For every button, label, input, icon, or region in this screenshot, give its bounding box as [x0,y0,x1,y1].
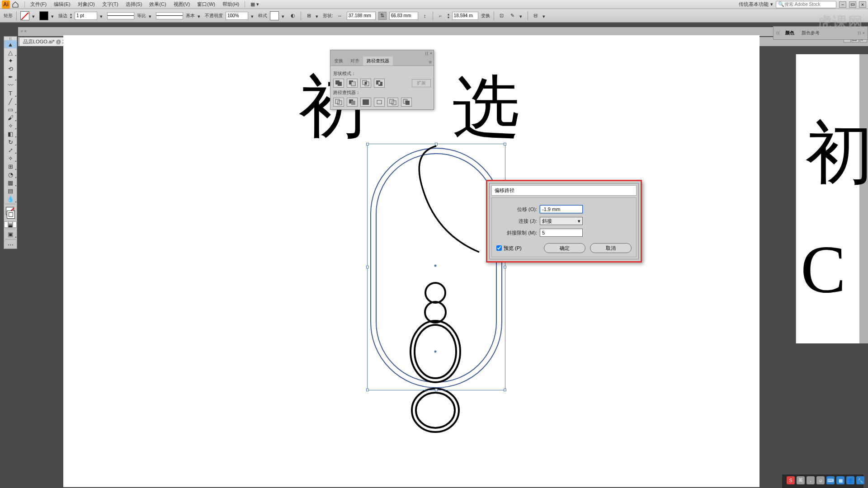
search-input[interactable] [784,2,834,7]
panel-close-icon[interactable]: ⟩⟩ × [858,31,865,35]
menu-arrange[interactable]: ▦ ▾ [247,0,263,8]
color-tab[interactable]: 颜色 [783,29,796,37]
exclude-button[interactable] [374,79,385,88]
menu-window[interactable]: 窗口(W) [193,0,219,9]
chevron-down-icon[interactable]: ▾ [198,14,202,18]
home-icon[interactable] [12,1,19,8]
minus-front-button[interactable] [347,79,358,88]
align-icon[interactable]: ⊞ [305,12,313,20]
profile-uniform[interactable] [107,12,134,19]
chevron-down-icon[interactable]: ▾ [149,14,153,18]
width-input[interactable] [347,12,376,20]
menu-file[interactable]: 文件(F) [27,0,50,9]
brush-tool[interactable]: 🖌 [4,113,17,122]
magic-wand-tool[interactable]: ✦ [4,56,17,65]
chevron-down-icon[interactable]: ▾ [51,14,56,18]
perspective-tool[interactable]: ▦ [4,178,17,187]
menu-effect[interactable]: 效果(C) [146,0,170,9]
color-mode-solid[interactable] [4,221,8,228]
pen-tool[interactable]: ✒ [4,73,17,81]
isolate-icon[interactable]: ⊡ [498,12,506,20]
handle-nw[interactable] [366,143,369,145]
pathfinder-panel[interactable]: ⟨⟨ × 变换 对齐 路径查找器 ≡ 形状模式： 扩展 路径查找器： [330,50,434,110]
chevron-down-icon[interactable]: ▾ [519,14,524,18]
recolor-icon[interactable]: ◐ [289,12,297,20]
more-icon[interactable]: ⊟ [532,12,540,20]
handle-e[interactable] [504,266,506,268]
type-tool[interactable]: T [4,89,17,97]
ime-keyboard-button[interactable]: ⌨ [826,476,835,484]
selection-tool[interactable]: ▲ [4,40,17,48]
selection-bounds[interactable] [367,144,505,390]
chevron-down-icon[interactable]: ▾ [251,14,255,18]
shape-builder-tool[interactable]: ◔ [4,170,17,178]
workspace-switcher[interactable]: 传统基本功能 ▾ [739,1,773,8]
align-tab[interactable]: 对齐 [347,56,363,66]
panel-handle-icon[interactable]: ⟨⟨ [776,31,780,35]
intersect-button[interactable] [360,79,371,88]
menu-select[interactable]: 选择(S) [122,0,146,9]
ime-tool-button[interactable]: 👤 [846,476,854,484]
handle-sw[interactable] [366,389,369,391]
stroke-color[interactable] [7,211,15,219]
menu-object[interactable]: 对象(O) [74,0,99,9]
handle-w[interactable] [366,266,369,268]
minus-back-button[interactable] [401,98,412,107]
close-button[interactable]: × [859,1,866,8]
shaper-tool[interactable]: ✧ [4,122,17,130]
eyedropper-tool[interactable]: 💧 [4,195,17,203]
chevron-down-icon[interactable]: ▾ [316,14,320,18]
secondary-document[interactable]: 初 C [796,54,868,343]
menu-view[interactable]: 视图(V) [170,0,194,9]
pathfinder-tab[interactable]: 路径查找器 [363,56,393,66]
width-tool[interactable]: ⟡ [4,154,17,162]
preview-check-input[interactable] [496,245,502,251]
menu-type[interactable]: 文字(T) [99,0,122,9]
right-panel[interactable]: ⟨⟨ 颜色 颜色参考 ⟩⟩ × [773,26,868,40]
screen-mode-tool[interactable]: ▣ [4,230,17,238]
chevron-down-icon[interactable]: ▾ [542,14,547,18]
handle-se[interactable] [504,389,506,391]
ime-lang-button[interactable]: 英 [797,476,805,484]
chevron-down-icon[interactable]: ▾ [32,14,37,18]
menu-edit[interactable]: 编辑(E) [50,0,74,9]
mesh-tool[interactable]: ▤ [4,187,17,195]
ime-skin-button[interactable]: ▦ [836,476,844,484]
direct-selection-tool[interactable]: △ [4,48,17,56]
color-mode-gradient[interactable] [8,221,12,228]
edit-toolbar[interactable]: ⋯ [4,240,17,249]
crop-button[interactable] [374,98,385,107]
link-icon[interactable]: ⇅ [378,12,387,20]
handle-s[interactable] [435,389,438,391]
merge-button[interactable] [360,98,371,107]
panel-close-icon[interactable]: × [430,51,432,56]
brush-basic[interactable] [156,12,183,19]
color-mode-none[interactable] [13,221,17,228]
trim-button[interactable] [347,98,358,107]
stroke-weight-input[interactable] [75,12,97,20]
stroke-swatch[interactable] [39,11,48,20]
rectangle-tool[interactable]: ▭ [4,105,17,113]
ime-emoji-button[interactable]: ☺ [816,476,825,484]
ok-button[interactable]: 确定 [544,243,585,253]
line-tool[interactable]: ╱ [4,97,17,105]
chevron-down-icon[interactable]: ▾ [282,14,286,18]
color-guide-tab[interactable]: 颜色参考 [800,29,821,37]
scale-tool[interactable]: ⤢ [4,146,17,154]
panel-menu-icon[interactable]: ≡ [429,59,432,65]
stepper-icon[interactable]: ▴▾ [70,13,72,19]
join-select[interactable]: 斜接▾ [540,217,583,225]
lasso-tool[interactable]: ⟲ [4,65,17,73]
height-input[interactable] [389,12,418,20]
offset-input[interactable] [540,205,583,213]
stepper-icon[interactable]: ▴▾ [448,13,449,19]
corner-icon[interactable]: ⌐ [437,12,445,20]
preview-checkbox[interactable]: 预览 (P) [496,245,522,252]
corner-input[interactable] [452,12,478,20]
chevron-down-icon[interactable]: ▾ [100,14,104,18]
search-box[interactable]: 🔍 [776,1,836,8]
outline-button[interactable] [387,98,398,107]
transform-tab[interactable]: 变换 [330,56,347,66]
unite-button[interactable] [333,79,344,88]
menu-help[interactable]: 帮助(H) [219,0,243,9]
